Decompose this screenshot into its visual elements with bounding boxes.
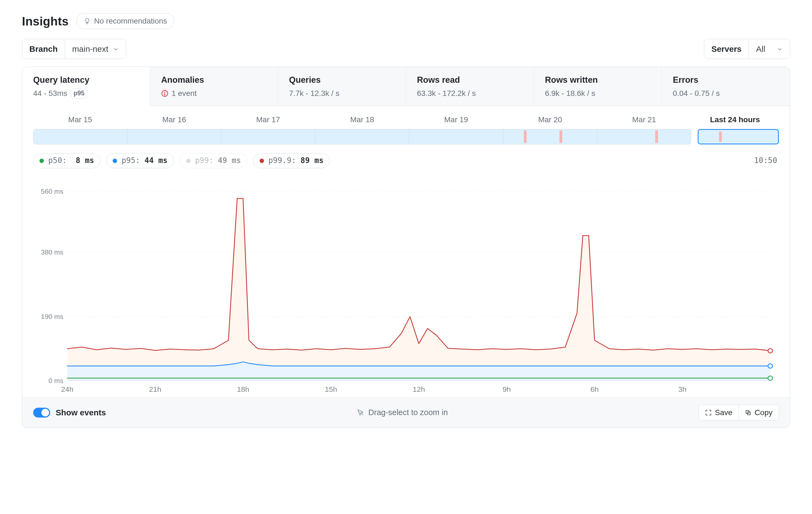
timeline[interactable]: Mar 15 Mar 16 Mar 17 Mar 18 Mar 19 Mar 2… [22, 106, 790, 147]
timeline-day-label: Mar 20 [503, 113, 597, 127]
chevron-down-icon [113, 44, 119, 55]
tab-title: Queries [289, 74, 395, 86]
tab-subvalue: 63.3k - 172.2k / s [417, 89, 476, 98]
legend-value: 8 ms [71, 156, 94, 165]
latency-chart[interactable]: 0 ms190 ms380 ms560 ms24h21h18h15h12h9h6… [33, 173, 779, 397]
tab-queries[interactable]: Queries 7.7k - 12.3k / s [278, 67, 406, 106]
timeline-track[interactable] [33, 129, 779, 144]
servers-value: All [756, 43, 765, 54]
p95-pill: p95 [71, 89, 88, 98]
svg-text:190 ms: 190 ms [41, 313, 63, 320]
svg-text:3h: 3h [678, 385, 687, 393]
panel-footer: Show events Drag-select to zoom in Save [22, 397, 790, 428]
fullscreen-icon [705, 409, 712, 416]
timeline-day[interactable] [127, 129, 221, 144]
alert-icon [161, 90, 168, 97]
tab-query-latency[interactable]: Query latency 44 - 53ms p95 [22, 67, 150, 106]
legend-chip-p999[interactable]: p99.9: 89 ms [253, 153, 330, 168]
svg-text:6h: 6h [590, 385, 599, 393]
metric-tabs: Query latency 44 - 53ms p95 Anomalies 1 … [22, 67, 790, 106]
tab-title: Query latency [33, 74, 139, 86]
save-label: Save [715, 408, 732, 417]
recommendation-label: No recommendations [94, 16, 167, 26]
legend-key: p95: [121, 156, 140, 165]
legend-value: 49 ms [218, 156, 241, 165]
servers-filter[interactable]: Servers All [704, 39, 790, 59]
tab-subvalue: 7.7k - 12.3k / s [289, 89, 339, 98]
tab-rows-read[interactable]: Rows read 63.3k - 172.2k / s [406, 67, 534, 106]
svg-text:9h: 9h [502, 385, 511, 393]
timeline-day[interactable] [597, 129, 691, 144]
branch-label: Branch [22, 39, 65, 59]
svg-text:21h: 21h [149, 385, 162, 393]
timeline-day[interactable] [409, 129, 503, 144]
dot-icon [39, 159, 44, 163]
legend-key: p99: [195, 156, 213, 165]
tab-anomalies[interactable]: Anomalies 1 event [150, 67, 278, 106]
timeline-day[interactable] [315, 129, 409, 144]
legend-key: p99.9: [268, 156, 296, 165]
legend-chip-p99[interactable]: p99: 49 ms [180, 153, 247, 168]
copy-button[interactable]: Copy [738, 405, 779, 420]
dot-icon [113, 159, 117, 163]
dot-icon [260, 159, 264, 163]
dot-icon [186, 159, 191, 163]
tab-title: Rows read [417, 74, 523, 86]
chart-legend: p50: 8 ms p95: 44 ms p99: 49 ms p99.9: 8… [33, 153, 330, 168]
legend-value: 89 ms [300, 156, 323, 165]
legend-chip-p50[interactable]: p50: 8 ms [33, 153, 100, 168]
chevron-down-icon [777, 44, 783, 55]
save-button[interactable]: Save [699, 405, 738, 420]
timeline-day-label: Mar 16 [127, 113, 221, 127]
servers-dropdown[interactable]: All [749, 39, 790, 59]
tab-subvalue: 44 - 53ms [33, 89, 67, 98]
svg-text:0 ms: 0 ms [49, 377, 63, 384]
tab-errors[interactable]: Errors 0.04 - 0.75 / s [662, 67, 790, 106]
page-title: Insights [22, 13, 68, 29]
insights-panel: Query latency 44 - 53ms p95 Anomalies 1 … [22, 67, 790, 428]
zoom-hint: Drag-select to zoom in [357, 407, 448, 418]
timeline-day-label: Mar 18 [315, 113, 409, 127]
timeline-day-label: Mar 19 [409, 113, 503, 127]
svg-text:560 ms: 560 ms [41, 188, 63, 195]
timeline-day[interactable] [221, 129, 315, 144]
tab-title: Rows written [545, 74, 651, 86]
tab-title: Anomalies [161, 74, 267, 86]
copy-icon [745, 409, 751, 416]
tab-rows-written[interactable]: Rows written 6.9k - 18.6k / s [534, 67, 662, 106]
timeline-day-label: Mar 21 [597, 113, 691, 127]
svg-point-21 [768, 364, 773, 368]
show-events-label: Show events [56, 407, 106, 418]
svg-text:12h: 12h [413, 385, 425, 393]
svg-point-2 [165, 94, 165, 95]
legend-key: p50: [48, 156, 67, 165]
copy-label: Copy [755, 408, 773, 417]
chart-timestamp: 10:50 [754, 156, 777, 165]
branch-value: main-next [72, 43, 108, 54]
branch-dropdown[interactable]: main-next [65, 39, 126, 59]
zoom-hint-text: Drag-select to zoom in [369, 407, 448, 418]
bulb-icon [84, 18, 91, 25]
cursor-drag-icon [357, 409, 365, 417]
chart-actions: Save Copy [699, 405, 779, 421]
recommendation-pill[interactable]: No recommendations [76, 13, 174, 29]
timeline-selected-label: Last 24 hours [691, 113, 779, 127]
timeline-day-label: Mar 17 [221, 113, 315, 127]
svg-text:18h: 18h [237, 385, 249, 393]
servers-label: Servers [704, 39, 749, 59]
svg-text:15h: 15h [325, 385, 337, 393]
tab-subvalue: 0.04 - 0.75 / s [673, 89, 720, 98]
branch-filter[interactable]: Branch main-next [22, 39, 126, 59]
timeline-day[interactable] [503, 129, 597, 144]
legend-value: 44 ms [144, 156, 168, 165]
svg-point-22 [768, 376, 773, 380]
show-events-toggle[interactable] [33, 408, 50, 418]
timeline-day[interactable] [33, 129, 127, 144]
legend-chip-p95[interactable]: p95: 44 ms [106, 153, 174, 168]
tab-subvalue: 1 event [172, 89, 197, 98]
svg-text:24h: 24h [61, 385, 74, 393]
svg-point-20 [768, 349, 773, 353]
timeline-day-label: Mar 15 [33, 113, 127, 127]
tab-subvalue: 6.9k - 18.6k / s [545, 89, 596, 98]
timeline-selected[interactable] [698, 129, 779, 144]
